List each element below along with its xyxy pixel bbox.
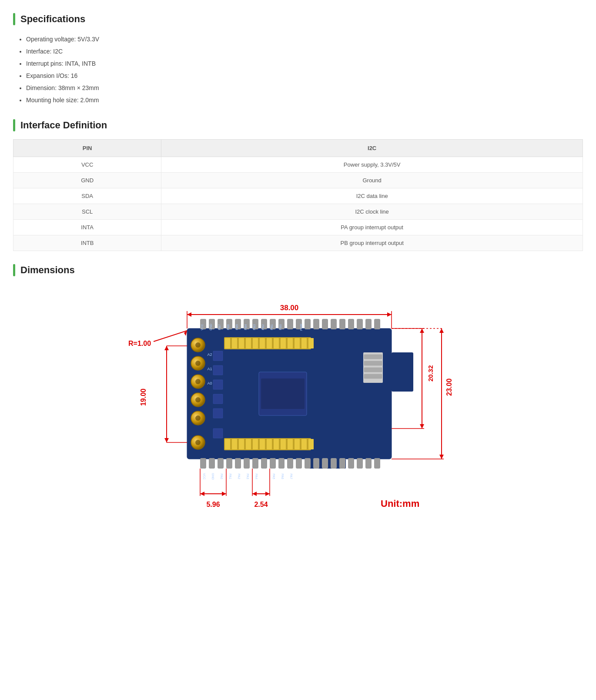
svg-rect-35	[296, 458, 302, 469]
svg-rect-66	[281, 338, 286, 348]
svg-rect-62	[253, 338, 258, 348]
svg-rect-20	[348, 319, 354, 329]
svg-rect-30	[252, 458, 258, 469]
pin-name: INTB	[13, 235, 161, 251]
table-row: GND Ground	[13, 173, 583, 188]
svg-rect-86	[261, 378, 305, 409]
svg-rect-74	[239, 439, 244, 449]
svg-text:VCC: VCC	[201, 324, 204, 331]
svg-rect-77	[260, 439, 265, 449]
svg-point-48	[195, 361, 201, 366]
svg-rect-25	[209, 458, 215, 469]
svg-marker-135	[420, 328, 424, 333]
svg-rect-90	[364, 368, 382, 372]
dim-pitch2-label: 2.54	[254, 501, 268, 508]
svg-marker-123	[187, 312, 191, 317]
svg-marker-151	[265, 492, 270, 496]
svg-rect-15	[305, 319, 311, 329]
svg-rect-73	[232, 439, 237, 449]
svg-text:PA6: PA6	[281, 474, 284, 479]
table-header-i2c: I2C	[161, 140, 583, 157]
specifications-header: Specifications	[13, 13, 583, 25]
svg-text:A2: A2	[207, 352, 212, 357]
svg-rect-80	[281, 439, 286, 449]
svg-text:A0: A0	[207, 381, 212, 385]
svg-rect-91	[364, 374, 382, 378]
svg-rect-63	[260, 338, 265, 348]
table-row: SDA I2C data line	[13, 188, 583, 204]
svg-rect-93	[213, 365, 223, 375]
svg-rect-32	[270, 458, 276, 469]
dim-radius-label: R=1.00	[128, 340, 151, 347]
svg-rect-64	[267, 338, 272, 348]
svg-text:VCC: VCC	[203, 473, 206, 480]
svg-text:PA5: PA5	[272, 474, 275, 479]
svg-rect-59	[232, 338, 237, 348]
svg-rect-27	[226, 458, 232, 469]
svg-rect-39	[331, 458, 337, 469]
svg-rect-94	[213, 380, 223, 389]
table-row: INTB PB group interrupt output	[13, 235, 583, 251]
dimensions-title: Dimensions	[20, 265, 75, 276]
svg-rect-61	[246, 338, 251, 348]
svg-point-54	[195, 415, 201, 421]
svg-point-50	[195, 379, 201, 384]
interface-definition-section: Interface Definition PIN I2C VCC Power s…	[13, 119, 583, 251]
dimensions-section: Dimensions	[13, 264, 583, 546]
svg-rect-23	[374, 319, 380, 329]
svg-rect-22	[365, 319, 372, 329]
svg-rect-67	[288, 338, 293, 348]
svg-text:PB1: PB1	[270, 324, 273, 330]
svg-rect-43	[365, 458, 372, 469]
svg-rect-88	[364, 355, 382, 359]
section-bar	[13, 264, 15, 276]
svg-text:PB5: PB5	[235, 324, 238, 330]
svg-text:PB6: PB6	[227, 324, 230, 330]
svg-rect-92	[213, 351, 223, 361]
table-header-pin: PIN	[13, 140, 161, 157]
svg-marker-140	[439, 328, 444, 333]
svg-rect-44	[374, 458, 380, 469]
spec-item: Expansion I/Os: 16	[26, 70, 583, 82]
dim-height-inner-label: 19.00	[140, 389, 147, 406]
pin-name: SDA	[13, 188, 161, 204]
svg-text:PB7: PB7	[218, 324, 221, 330]
svg-rect-16	[313, 319, 319, 329]
svg-rect-76	[253, 439, 258, 449]
dimensions-header: Dimensions	[13, 264, 583, 276]
svg-rect-84	[308, 439, 314, 449]
table-row: INTA PA group interrupt output	[13, 220, 583, 235]
svg-text:PB2: PB2	[261, 324, 265, 330]
svg-marker-129	[164, 438, 169, 442]
svg-text:PWR: PWR	[300, 324, 303, 331]
svg-rect-18	[331, 319, 337, 329]
svg-rect-68	[295, 338, 300, 348]
pin-desc: I2C clock line	[161, 204, 583, 220]
svg-text:PB4: PB4	[244, 324, 247, 330]
svg-text:PA0: PA0	[220, 474, 223, 479]
interface-title: Interface Definition	[20, 120, 107, 131]
svg-rect-89	[364, 361, 382, 365]
svg-point-56	[195, 440, 201, 445]
svg-rect-75	[246, 439, 251, 449]
svg-rect-1	[392, 352, 413, 392]
svg-marker-145	[200, 492, 204, 496]
svg-point-52	[195, 397, 201, 402]
svg-rect-70	[308, 338, 314, 348]
svg-marker-150	[252, 492, 257, 496]
svg-rect-60	[239, 338, 244, 348]
dim-height-outer-label: 23.00	[445, 378, 453, 396]
dim-height-mid-label: 20.32	[427, 365, 434, 382]
svg-rect-17	[322, 319, 328, 329]
svg-point-46	[195, 342, 201, 348]
interface-header: Interface Definition	[13, 119, 583, 131]
spec-item: Operating voltage: 5V/3.3V	[26, 33, 583, 45]
dim-width-label: 38.00	[280, 304, 299, 312]
pin-desc: PB group interrupt output	[161, 235, 583, 251]
svg-rect-13	[287, 319, 293, 329]
spec-item: Interface: I2C	[26, 45, 583, 57]
svg-rect-41	[348, 458, 354, 469]
svg-line-132	[154, 331, 187, 342]
svg-rect-83	[301, 439, 307, 449]
svg-text:PA3: PA3	[246, 474, 249, 479]
